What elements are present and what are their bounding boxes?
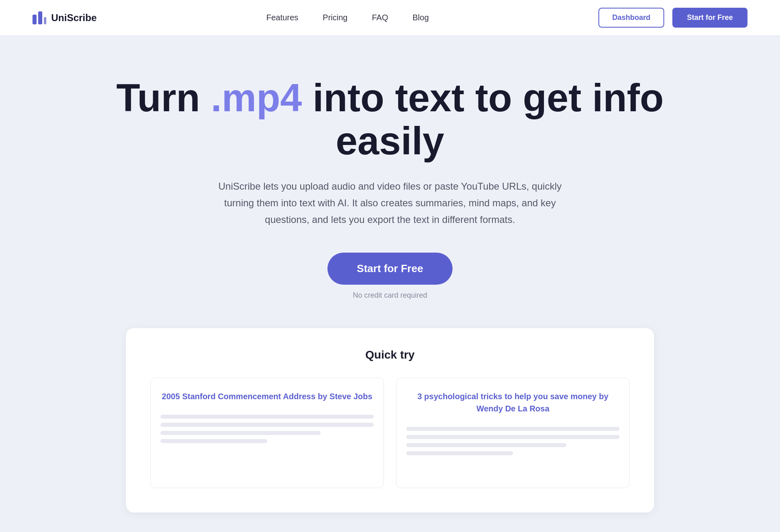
quick-try-container: Quick try 2005 Stanford Commencement Add… [126,328,654,513]
quick-try-title: Quick try [150,348,630,361]
hero-section: Turn .mp4 into text to get info easily U… [0,36,780,532]
nav-pricing[interactable]: Pricing [323,13,347,22]
navbar: UniScribe Features Pricing FAQ Blog Dash… [0,0,780,36]
logo-bar-1 [32,15,37,24]
card-bar [406,427,620,431]
nav-faq[interactable]: FAQ [372,13,388,22]
quick-try-card-2[interactable]: 3 psychological tricks to help you save … [396,378,630,488]
card-bar [160,423,374,427]
logo-area: UniScribe [32,11,97,24]
logo-icon [32,11,46,24]
nav-features[interactable]: Features [266,13,298,22]
card-bar [160,431,321,435]
hero-title-prefix: Turn [116,76,211,119]
start-free-hero-button[interactable]: Start for Free [327,253,452,285]
quick-try-cards: 2005 Stanford Commencement Address by St… [150,378,630,488]
card-2-placeholders [406,427,620,455]
logo-bar-2 [38,11,42,24]
quick-try-link-2[interactable]: 3 psychological tricks to help you save … [406,390,620,415]
card-1-placeholders [160,415,374,443]
quick-try-card-1[interactable]: 2005 Stanford Commencement Address by St… [150,378,384,488]
hero-title: Turn .mp4 into text to get info easily [81,76,699,162]
start-free-nav-button[interactable]: Start for Free [672,8,748,28]
hero-subtitle: UniScribe lets you upload audio and vide… [215,178,565,228]
card-bar [406,451,513,455]
card-bar [406,443,566,447]
card-bar [406,435,620,439]
quick-try-link-1[interactable]: 2005 Stanford Commencement Address by St… [160,390,374,402]
nav-blog[interactable]: Blog [413,13,429,22]
navbar-actions: Dashboard Start for Free [598,8,748,28]
hero-title-suffix: into text to get info easily [302,76,664,162]
logo-text: UniScribe [51,12,97,24]
logo-bar-3 [44,17,46,24]
dashboard-button[interactable]: Dashboard [598,8,664,28]
nav-links: Features Pricing FAQ Blog [266,13,429,22]
no-credit-card-label: No credit card required [353,291,427,300]
hero-title-accent: .mp4 [211,76,302,119]
card-bar [160,439,267,443]
card-bar [160,415,374,419]
